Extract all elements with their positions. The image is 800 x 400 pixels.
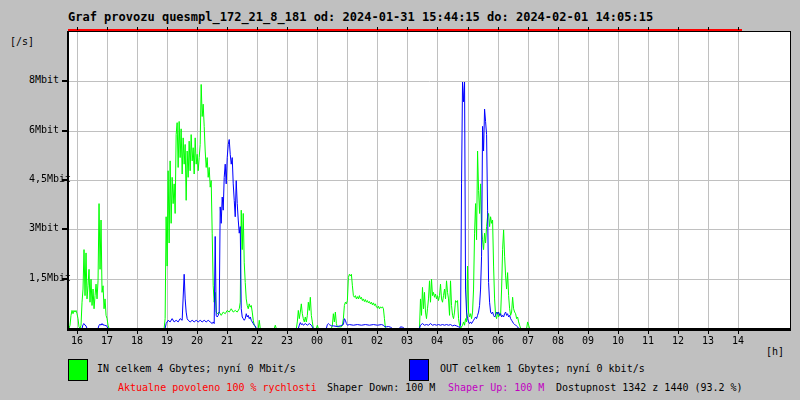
x-axis-label: 13 <box>702 335 714 346</box>
x-axis-tick-mark <box>77 331 78 334</box>
allowed-speed-text: Aktualne povoleno 100 % rychlosti <box>118 382 317 393</box>
x-axis-tick-mark <box>407 331 408 334</box>
x-axis-tick-mark <box>197 27 198 30</box>
shaper-down-text: Shaper Down: 100 M <box>327 382 435 393</box>
x-axis-tick-mark <box>558 331 559 334</box>
x-axis-tick-mark <box>558 27 559 30</box>
x-axis-tick-mark <box>468 331 469 334</box>
x-axis-tick-mark <box>107 331 108 334</box>
x-axis-tick-mark <box>618 331 619 334</box>
x-axis-label: 02 <box>371 335 383 346</box>
x-axis-label: 04 <box>431 335 443 346</box>
y-axis-tick-mark <box>62 278 67 280</box>
x-axis-tick-mark <box>317 331 318 334</box>
x-axis-tick-mark <box>437 331 438 334</box>
legend-in-label: IN celkem 4 Gbytes; nyní 0 Mbit/s <box>97 363 296 374</box>
x-axis-tick-mark <box>287 331 288 334</box>
x-axis-label: 19 <box>161 335 173 346</box>
x-axis-label: 08 <box>552 335 564 346</box>
traffic-chart-canvas <box>69 32 790 328</box>
allowed-speed-line <box>68 29 742 31</box>
x-axis-label: 11 <box>642 335 654 346</box>
x-axis-tick-mark <box>137 331 138 334</box>
legend-in-swatch <box>68 359 88 381</box>
x-axis-tick-mark <box>407 27 408 30</box>
x-axis-tick-mark <box>227 27 228 30</box>
legend-out-label: OUT celkem 1 Gbytes; nyní 0 kbit/s <box>440 363 645 374</box>
x-axis-tick-mark <box>227 331 228 334</box>
x-axis-label: 05 <box>462 335 474 346</box>
x-axis-label: 18 <box>131 335 143 346</box>
x-axis-tick-mark <box>137 27 138 30</box>
x-axis-label: 00 <box>311 335 323 346</box>
x-axis-tick-mark <box>77 27 78 30</box>
x-axis-tick-mark <box>107 27 108 30</box>
y-axis-label: 8Mbit <box>29 74 59 85</box>
shaper-up-text: Shaper Up: 100 M <box>448 382 544 393</box>
x-axis-label: 07 <box>522 335 534 346</box>
x-axis-tick-mark <box>167 27 168 30</box>
x-axis-tick-mark <box>528 331 529 334</box>
y-axis-unit-label: [/s] <box>10 36 34 47</box>
x-axis-tick-mark <box>167 331 168 334</box>
traffic-graph-window: Graf provozu quesmpl_172_21_8_181 od: 20… <box>0 0 800 400</box>
x-axis-tick-mark <box>347 27 348 30</box>
x-axis-label: 06 <box>492 335 504 346</box>
x-axis-label: 21 <box>221 335 233 346</box>
x-axis-tick-mark <box>468 27 469 30</box>
y-axis-tick-mark <box>62 179 67 181</box>
x-axis-tick-mark <box>708 331 709 334</box>
x-axis-tick-mark <box>287 27 288 30</box>
x-axis-label: 17 <box>101 335 113 346</box>
x-axis-tick-mark <box>708 27 709 30</box>
y-axis-label: 6Mbit <box>29 124 59 135</box>
x-axis-tick-mark <box>377 331 378 334</box>
x-axis-label: 16 <box>71 335 83 346</box>
x-axis-label: 10 <box>612 335 624 346</box>
x-axis-tick-mark <box>347 331 348 334</box>
x-axis-tick-mark <box>618 27 619 30</box>
x-axis-tick-mark <box>498 27 499 30</box>
x-axis-label: 03 <box>401 335 413 346</box>
x-axis-tick-mark <box>588 331 589 334</box>
x-axis-label: 23 <box>281 335 293 346</box>
x-axis-tick-mark <box>528 27 529 30</box>
x-axis-tick-mark <box>738 331 739 334</box>
legend-out-swatch <box>409 359 429 381</box>
x-axis-tick-mark <box>317 27 318 30</box>
x-axis-tick-mark <box>648 27 649 30</box>
x-axis-label: 09 <box>582 335 594 346</box>
graph-title: Graf provozu quesmpl_172_21_8_181 od: 20… <box>68 10 653 24</box>
x-axis-unit-label: [h] <box>766 346 784 357</box>
x-axis-tick-mark <box>588 27 589 30</box>
y-axis-label: 3Mbit <box>29 222 59 233</box>
x-axis-tick-mark <box>257 27 258 30</box>
availability-text: Dostupnost 1342 z 1440 (93.2 %) <box>556 382 743 393</box>
x-axis-tick-mark <box>498 331 499 334</box>
y-axis-tick-mark <box>62 228 67 230</box>
x-axis-tick-mark <box>437 27 438 30</box>
x-axis-tick-mark <box>648 331 649 334</box>
x-axis-tick-mark <box>377 27 378 30</box>
x-axis-label: 22 <box>251 335 263 346</box>
y-axis-tick-mark <box>62 80 67 82</box>
x-axis-tick-mark <box>678 27 679 30</box>
plot-area <box>67 31 791 331</box>
x-axis-tick-mark <box>738 27 739 30</box>
x-axis-label: 01 <box>341 335 353 346</box>
x-axis-tick-mark <box>678 331 679 334</box>
x-axis-label: 20 <box>191 335 203 346</box>
x-axis-label: 12 <box>672 335 684 346</box>
y-axis-tick-mark <box>62 130 67 132</box>
x-axis-tick-mark <box>197 331 198 334</box>
x-axis-tick-mark <box>257 331 258 334</box>
x-axis-label: 14 <box>732 335 744 346</box>
